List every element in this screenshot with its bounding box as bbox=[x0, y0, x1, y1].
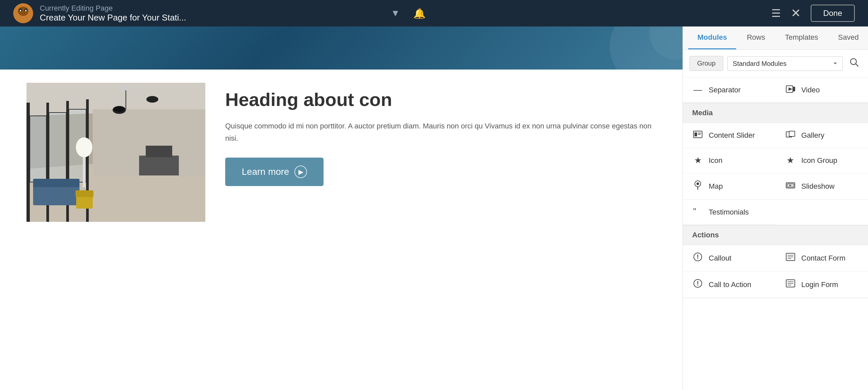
content-slider-icon bbox=[692, 130, 704, 140]
module-call-to-action[interactable]: Call to Action bbox=[683, 271, 776, 298]
done-button[interactable]: Done bbox=[811, 5, 855, 22]
svg-rect-30 bbox=[75, 190, 93, 197]
call-to-action-icon bbox=[692, 279, 704, 290]
module-content-slider[interactable]: Content Slider bbox=[683, 123, 776, 148]
module-contact-form[interactable]: Contact Form bbox=[776, 245, 868, 271]
icon-group-star-icon: ★ bbox=[785, 155, 796, 166]
list-icon[interactable]: ☰ bbox=[771, 7, 781, 20]
module-icon-group[interactable]: ★ Icon Group bbox=[776, 148, 868, 173]
svg-point-59 bbox=[698, 285, 699, 286]
svg-rect-37 bbox=[694, 132, 697, 136]
svg-point-22 bbox=[121, 85, 131, 90]
actions-section-header: Actions bbox=[683, 225, 868, 245]
svg-point-4 bbox=[20, 10, 21, 11]
module-separator[interactable]: — Separator bbox=[683, 77, 776, 103]
learn-more-button[interactable]: Learn more ▶ bbox=[225, 158, 323, 186]
group-select[interactable]: Standard Modules bbox=[727, 56, 843, 71]
title-group: Currently Editing Page Create Your New P… bbox=[40, 4, 385, 23]
arrow-right-icon: ▶ bbox=[294, 166, 307, 178]
svg-point-44 bbox=[696, 183, 699, 185]
module-slideshow[interactable]: Slideshow bbox=[776, 173, 868, 200]
page-title: Create Your New Page for Your Stati... bbox=[40, 12, 385, 23]
module-testimonials[interactable]: " Testimonials bbox=[683, 200, 776, 225]
learn-more-label: Learn more bbox=[242, 166, 289, 177]
content-row: Heading about con Quisque commodo id mi … bbox=[0, 69, 683, 235]
gallery-icon bbox=[785, 130, 796, 140]
text-block: Heading about con Quisque commodo id mi … bbox=[225, 83, 656, 186]
svg-rect-27 bbox=[139, 156, 179, 175]
close-icon[interactable]: ✕ bbox=[791, 6, 801, 20]
svg-rect-17 bbox=[33, 185, 80, 205]
separator-icon: — bbox=[692, 85, 704, 95]
tab-modules[interactable]: Modules bbox=[688, 27, 736, 49]
svg-point-26 bbox=[146, 96, 158, 103]
svg-point-25 bbox=[114, 107, 125, 112]
slideshow-icon bbox=[785, 181, 796, 191]
module-video[interactable]: Video bbox=[776, 77, 868, 103]
editing-label: Currently Editing Page bbox=[40, 4, 385, 12]
logo bbox=[13, 3, 33, 23]
module-login-form[interactable]: Login Form bbox=[776, 271, 868, 298]
search-button[interactable] bbox=[847, 55, 861, 72]
svg-rect-21 bbox=[84, 187, 85, 189]
chevron-down-icon[interactable]: ▼ bbox=[391, 8, 400, 19]
svg-rect-18 bbox=[33, 179, 80, 187]
module-list: — Separator Video Media Content Sli bbox=[683, 77, 868, 390]
module-icon[interactable]: ★ Icon bbox=[683, 148, 776, 173]
svg-point-1 bbox=[18, 7, 29, 16]
login-form-icon bbox=[785, 280, 796, 290]
panel-tabs: Modules Rows Templates Saved bbox=[683, 27, 868, 50]
svg-rect-28 bbox=[146, 146, 172, 157]
svg-rect-35 bbox=[793, 87, 795, 91]
svg-rect-41 bbox=[789, 131, 795, 136]
svg-point-20 bbox=[76, 137, 92, 157]
contact-form-icon bbox=[785, 253, 796, 263]
module-gallery[interactable]: Gallery bbox=[776, 123, 868, 148]
group-button[interactable]: Group bbox=[689, 56, 723, 71]
module-callout[interactable]: Callout bbox=[683, 245, 776, 271]
svg-marker-34 bbox=[788, 88, 793, 91]
right-panel: Modules Rows Templates Saved Group Stand… bbox=[683, 27, 868, 390]
panel-toolbar: Group Standard Modules bbox=[683, 50, 868, 77]
bell-icon[interactable]: 🔔 bbox=[413, 8, 426, 19]
top-bar: Currently Editing Page Create Your New P… bbox=[0, 0, 868, 27]
canvas-header-band bbox=[0, 27, 683, 69]
content-image bbox=[27, 83, 205, 222]
module-map[interactable]: Map bbox=[683, 173, 776, 200]
content-body: Quisque commodo id mi non porttitor. A a… bbox=[225, 120, 656, 145]
content-heading: Heading about con bbox=[225, 89, 656, 110]
callout-icon bbox=[692, 252, 704, 264]
map-pin-icon bbox=[692, 181, 704, 192]
svg-rect-14 bbox=[30, 116, 46, 182]
tab-rows[interactable]: Rows bbox=[738, 27, 774, 49]
canvas-area: Heading about con Quisque commodo id mi … bbox=[0, 27, 683, 390]
top-modules-grid: — Separator Video bbox=[683, 77, 868, 103]
media-modules-grid: Content Slider Gallery ★ Icon ★ Icon Gro… bbox=[683, 123, 868, 225]
tab-templates[interactable]: Templates bbox=[776, 27, 827, 49]
svg-text:": " bbox=[693, 207, 696, 215]
video-icon bbox=[785, 85, 796, 95]
svg-point-52 bbox=[698, 258, 699, 259]
tab-saved[interactable]: Saved bbox=[829, 27, 868, 49]
svg-rect-10 bbox=[27, 103, 30, 222]
icon-star-icon: ★ bbox=[692, 155, 704, 166]
testimonials-icon: " bbox=[692, 207, 704, 217]
svg-rect-29 bbox=[76, 195, 93, 208]
svg-line-32 bbox=[856, 64, 858, 66]
actions-modules-grid: Callout Contact Form Call to Action bbox=[683, 245, 868, 298]
media-section-header: Media bbox=[683, 103, 868, 123]
svg-rect-15 bbox=[49, 112, 66, 182]
main-layout: Heading about con Quisque commodo id mi … bbox=[0, 27, 868, 390]
svg-point-5 bbox=[25, 10, 27, 11]
